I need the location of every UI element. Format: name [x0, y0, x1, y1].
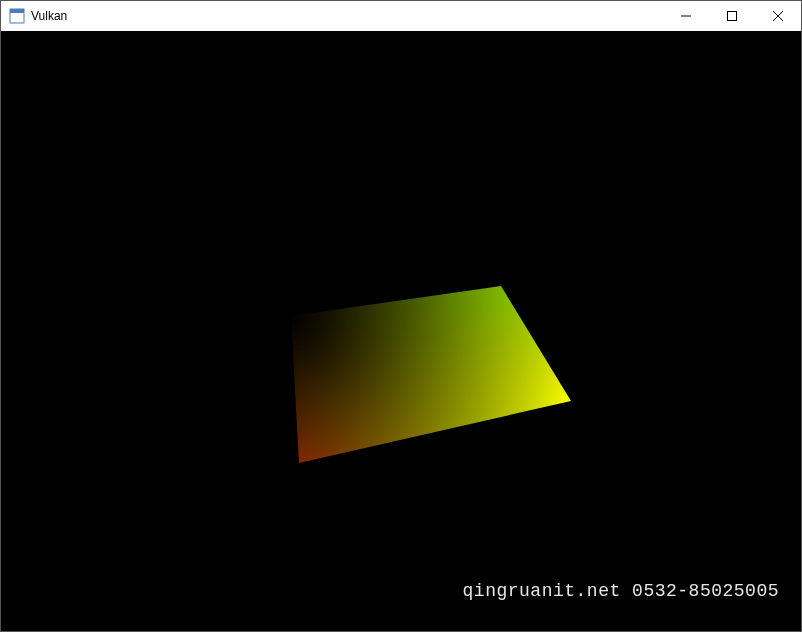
window-title: Vulkan: [31, 9, 67, 23]
close-button[interactable]: [755, 1, 801, 31]
svg-rect-8: [1, 31, 801, 631]
render-quad: [1, 31, 801, 631]
maximize-button[interactable]: [709, 1, 755, 31]
app-icon: [9, 8, 25, 24]
maximize-icon: [727, 11, 737, 21]
titlebar[interactable]: Vulkan: [1, 1, 801, 31]
application-window: Vulkan: [0, 0, 802, 632]
minimize-icon: [681, 11, 691, 21]
watermark-text: qingruanit.net 0532-85025005: [463, 581, 779, 601]
window-controls: [663, 1, 801, 31]
minimize-button[interactable]: [663, 1, 709, 31]
svg-rect-2: [728, 12, 737, 21]
render-viewport: qingruanit.net 0532-85025005: [1, 31, 801, 631]
close-icon: [773, 11, 783, 21]
svg-rect-1: [10, 9, 24, 13]
